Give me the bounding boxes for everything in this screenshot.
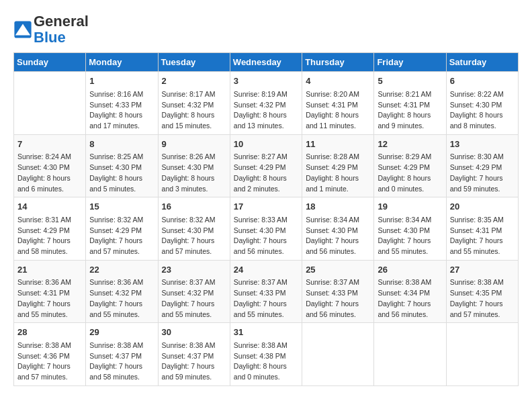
- calendar-cell: 30Sunrise: 8:38 AMSunset: 4:37 PMDayligh…: [158, 323, 230, 386]
- day-info-line: Sunset: 4:36 PM: [17, 351, 82, 362]
- day-info-line: Sunrise: 8:30 AM: [450, 152, 515, 163]
- day-info-line: and 55 minutes.: [378, 246, 442, 257]
- calendar-cell: 27Sunrise: 8:38 AMSunset: 4:35 PMDayligh…: [446, 260, 518, 323]
- calendar-week-row: 1Sunrise: 8:16 AMSunset: 4:33 PMDaylight…: [14, 72, 519, 135]
- day-info-line: Daylight: 7 hours: [17, 361, 82, 372]
- day-info-line: Daylight: 7 hours: [234, 299, 298, 310]
- weekday-header-sunday: Sunday: [14, 53, 86, 72]
- day-number: 17: [234, 200, 298, 214]
- day-info-line: Sunrise: 8:29 AM: [378, 152, 442, 163]
- day-info-line: Sunset: 4:29 PM: [450, 163, 515, 173]
- day-info-line: Sunset: 4:30 PM: [89, 163, 154, 173]
- day-info-line: Sunset: 4:35 PM: [450, 288, 515, 299]
- weekday-header-friday: Friday: [374, 53, 446, 72]
- day-info-line: Sunset: 4:31 PM: [450, 226, 515, 236]
- day-info-line: Daylight: 7 hours: [89, 236, 154, 246]
- calendar-week-row: 21Sunrise: 8:36 AMSunset: 4:31 PMDayligh…: [14, 260, 519, 323]
- day-number: 7: [17, 138, 82, 151]
- day-info-line: Daylight: 8 hours: [450, 110, 515, 121]
- day-info-line: Sunset: 4:30 PM: [450, 100, 515, 111]
- day-number: 18: [306, 200, 370, 214]
- calendar-cell: 23Sunrise: 8:37 AMSunset: 4:32 PMDayligh…: [158, 260, 230, 323]
- day-info-line: Sunset: 4:30 PM: [306, 226, 370, 236]
- calendar-cell: 15Sunrise: 8:32 AMSunset: 4:29 PMDayligh…: [86, 197, 158, 261]
- day-info-line: and 9 minutes.: [378, 121, 442, 132]
- day-info-line: Sunrise: 8:38 AM: [89, 340, 154, 351]
- day-info-line: Daylight: 7 hours: [89, 299, 154, 310]
- day-info-line: Sunset: 4:30 PM: [162, 163, 226, 173]
- day-info-line: Sunset: 4:31 PM: [378, 100, 442, 111]
- day-info-line: Daylight: 7 hours: [450, 173, 515, 184]
- day-info-line: and 15 minutes.: [162, 121, 226, 132]
- day-info-line: Sunset: 4:29 PM: [378, 163, 442, 173]
- calendar-cell: 1Sunrise: 8:16 AMSunset: 4:33 PMDaylight…: [86, 72, 158, 135]
- day-number: 9: [162, 138, 226, 151]
- day-info-line: and 56 minutes.: [378, 310, 442, 320]
- day-info-line: Sunrise: 8:25 AM: [89, 152, 154, 163]
- day-info-line: Sunset: 4:30 PM: [17, 163, 82, 173]
- day-info-line: Sunrise: 8:16 AM: [89, 89, 154, 100]
- day-info-line: Sunset: 4:31 PM: [17, 288, 82, 299]
- day-info-line: and 58 minutes.: [17, 246, 82, 257]
- day-number: 23: [162, 263, 226, 277]
- day-info-line: Daylight: 7 hours: [450, 299, 515, 310]
- day-number: 10: [234, 138, 298, 151]
- day-info-line: and 57 minutes.: [17, 372, 82, 383]
- calendar-cell: [374, 323, 446, 386]
- weekday-header-tuesday: Tuesday: [158, 53, 230, 72]
- day-info-line: Sunset: 4:32 PM: [162, 100, 226, 111]
- day-number: 28: [17, 326, 82, 339]
- day-info-line: and 55 minutes.: [17, 310, 82, 320]
- day-info-line: and 6 minutes.: [17, 184, 82, 195]
- day-info-line: Sunrise: 8:27 AM: [234, 152, 298, 163]
- day-info-line: Daylight: 8 hours: [162, 173, 226, 184]
- day-info-line: Sunrise: 8:37 AM: [162, 277, 226, 288]
- calendar-cell: 14Sunrise: 8:31 AMSunset: 4:29 PMDayligh…: [14, 197, 86, 261]
- day-number: 30: [162, 326, 226, 339]
- day-info-line: and 58 minutes.: [89, 372, 154, 383]
- day-info-line: Sunset: 4:29 PM: [17, 226, 82, 236]
- day-number: 25: [306, 263, 370, 277]
- day-info-line: Sunset: 4:29 PM: [234, 163, 298, 173]
- calendar-cell: 20Sunrise: 8:35 AMSunset: 4:31 PMDayligh…: [446, 197, 518, 261]
- day-number: 2: [162, 75, 226, 88]
- day-info-line: Sunset: 4:33 PM: [234, 288, 298, 299]
- calendar-cell: 6Sunrise: 8:22 AMSunset: 4:30 PMDaylight…: [446, 72, 518, 135]
- day-info-line: Sunrise: 8:37 AM: [306, 277, 370, 288]
- calendar-cell: 16Sunrise: 8:32 AMSunset: 4:30 PMDayligh…: [158, 197, 230, 261]
- day-info-line: and 59 minutes.: [450, 184, 515, 195]
- day-info-line: Sunset: 4:29 PM: [89, 226, 154, 236]
- calendar-cell: 4Sunrise: 8:20 AMSunset: 4:31 PMDaylight…: [302, 72, 374, 135]
- calendar-cell: 26Sunrise: 8:38 AMSunset: 4:34 PMDayligh…: [374, 260, 446, 323]
- day-info-line: Sunrise: 8:22 AM: [450, 89, 515, 100]
- day-info-line: Sunrise: 8:38 AM: [450, 277, 515, 288]
- day-info-line: Sunrise: 8:32 AM: [89, 215, 154, 226]
- calendar-cell: 13Sunrise: 8:30 AMSunset: 4:29 PMDayligh…: [446, 134, 518, 197]
- day-info-line: Sunset: 4:34 PM: [378, 288, 442, 299]
- day-number: 3: [234, 75, 298, 88]
- day-number: 20: [450, 200, 515, 214]
- calendar-week-row: 28Sunrise: 8:38 AMSunset: 4:36 PMDayligh…: [14, 323, 519, 386]
- calendar-cell: 22Sunrise: 8:36 AMSunset: 4:32 PMDayligh…: [86, 260, 158, 323]
- day-number: 27: [450, 263, 515, 277]
- day-number: 19: [378, 200, 442, 214]
- day-info-line: Daylight: 7 hours: [17, 236, 82, 246]
- day-info-line: Sunset: 4:30 PM: [162, 226, 226, 236]
- day-info-line: Sunset: 4:31 PM: [306, 100, 370, 111]
- day-info-line: and 56 minutes.: [306, 246, 370, 257]
- day-number: 13: [450, 138, 515, 151]
- calendar-cell: 12Sunrise: 8:29 AMSunset: 4:29 PMDayligh…: [374, 134, 446, 197]
- calendar-cell: 24Sunrise: 8:37 AMSunset: 4:33 PMDayligh…: [230, 260, 302, 323]
- day-info-line: Daylight: 7 hours: [162, 236, 226, 246]
- calendar-cell: [14, 72, 86, 135]
- day-info-line: and 13 minutes.: [234, 121, 298, 132]
- calendar-cell: [302, 323, 374, 386]
- day-number: 6: [450, 75, 515, 88]
- calendar-cell: 11Sunrise: 8:28 AMSunset: 4:29 PMDayligh…: [302, 134, 374, 197]
- page-header: GeneralBlue: [13, 13, 519, 46]
- day-number: 1: [89, 75, 154, 88]
- day-info-line: and 1 minute.: [306, 184, 370, 195]
- day-number: 8: [89, 138, 154, 151]
- day-info-line: Daylight: 8 hours: [234, 361, 298, 372]
- day-info-line: Sunset: 4:30 PM: [234, 226, 298, 236]
